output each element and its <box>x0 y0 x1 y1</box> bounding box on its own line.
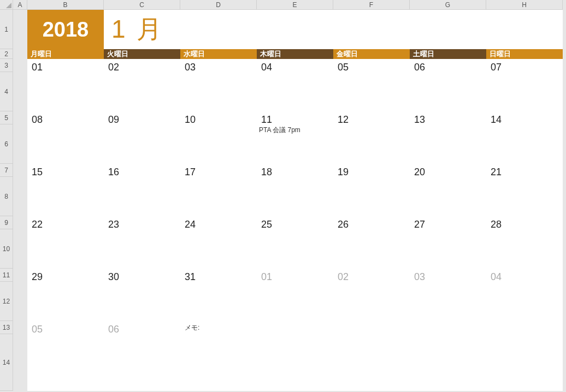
day-2-0[interactable]: 15 <box>27 164 104 177</box>
day-body-0-0[interactable] <box>27 72 104 111</box>
day-body-5-0[interactable] <box>27 334 104 391</box>
column-header-F[interactable]: F <box>333 0 410 10</box>
column-header-B[interactable]: B <box>27 0 104 10</box>
day-body-2-3[interactable] <box>257 177 333 216</box>
day-3-1[interactable]: 23 <box>104 216 180 229</box>
day-0-4[interactable]: 05 <box>333 59 410 72</box>
day-body-0-4[interactable] <box>333 72 410 111</box>
day-4-2[interactable]: 31 <box>180 269 257 282</box>
day-body-3-4[interactable] <box>333 229 410 269</box>
memo-cell[interactable]: メモ: <box>180 321 563 334</box>
day-body-0-2[interactable] <box>180 72 257 111</box>
day-4-1[interactable]: 30 <box>104 269 180 282</box>
day-0-2[interactable]: 03 <box>180 59 257 72</box>
row-header-11[interactable]: 11 <box>0 269 13 282</box>
row-header-12[interactable]: 12 <box>0 282 13 321</box>
day-0-3[interactable]: 04 <box>257 59 333 72</box>
day-3-5[interactable]: 27 <box>410 216 486 229</box>
day-body-1-2[interactable] <box>180 124 257 164</box>
day-0-0[interactable]: 01 <box>27 59 104 72</box>
weekday-header-5[interactable]: 土曜日 <box>410 49 486 59</box>
day-body-2-4[interactable] <box>333 177 410 216</box>
day-body-3-6[interactable] <box>486 229 563 269</box>
day-1-1[interactable]: 09 <box>104 111 180 124</box>
day-body-3-1[interactable] <box>104 229 180 269</box>
day-4-4[interactable]: 02 <box>333 269 410 282</box>
column-header-G[interactable]: G <box>410 0 486 10</box>
month-box[interactable]: 1 月 <box>104 10 563 49</box>
day-body-4-3[interactable] <box>257 282 333 321</box>
column-header-E[interactable]: E <box>257 0 333 10</box>
day-0-5[interactable]: 06 <box>410 59 486 72</box>
day-body-3-0[interactable] <box>27 229 104 269</box>
day-body-3-3[interactable] <box>257 229 333 269</box>
row-header-8[interactable]: 8 <box>0 177 13 216</box>
day-0-1[interactable]: 02 <box>104 59 180 72</box>
day-body-0-5[interactable] <box>410 72 486 111</box>
column-header-D[interactable]: D <box>180 0 257 10</box>
day-5-1[interactable]: 06 <box>104 321 180 334</box>
day-4-0[interactable]: 29 <box>27 269 104 282</box>
day-body-5-1[interactable] <box>104 334 180 391</box>
day-body-1-0[interactable] <box>27 124 104 164</box>
row-header-3[interactable]: 3 <box>0 59 13 72</box>
day-body-1-3[interactable]: PTA 会議 7pm <box>257 124 333 164</box>
day-body-3-5[interactable] <box>410 229 486 269</box>
row-header-9[interactable]: 9 <box>0 216 13 229</box>
row-header-13[interactable]: 13 <box>0 321 13 334</box>
day-body-4-0[interactable] <box>27 282 104 321</box>
day-body-1-4[interactable] <box>333 124 410 164</box>
day-body-0-6[interactable] <box>486 72 563 111</box>
day-5-0[interactable]: 05 <box>27 321 104 334</box>
day-body-0-1[interactable] <box>104 72 180 111</box>
day-body-4-4[interactable] <box>333 282 410 321</box>
memo-body[interactable] <box>180 334 563 391</box>
day-2-5[interactable]: 20 <box>410 164 486 177</box>
day-body-4-1[interactable] <box>104 282 180 321</box>
row-header-2[interactable]: 2 <box>0 49 13 59</box>
day-1-2[interactable]: 10 <box>180 111 257 124</box>
day-body-2-2[interactable] <box>180 177 257 216</box>
column-header-C[interactable]: C <box>104 0 180 10</box>
day-1-5[interactable]: 13 <box>410 111 486 124</box>
weekday-header-2[interactable]: 水曜日 <box>180 49 257 59</box>
weekday-header-1[interactable]: 火曜日 <box>104 49 180 59</box>
weekday-header-3[interactable]: 木曜日 <box>257 49 333 59</box>
column-header-H[interactable]: H <box>486 0 563 10</box>
day-2-2[interactable]: 17 <box>180 164 257 177</box>
row-header-10[interactable]: 10 <box>0 229 13 269</box>
day-1-0[interactable]: 08 <box>27 111 104 124</box>
sheet-canvas[interactable]: 20181 月月曜日火曜日水曜日木曜日金曜日土曜日日曜日010203040506… <box>13 10 566 392</box>
day-body-4-2[interactable] <box>180 282 257 321</box>
day-0-6[interactable]: 07 <box>486 59 563 72</box>
day-body-2-0[interactable] <box>27 177 104 216</box>
row-header-6[interactable]: 6 <box>0 124 13 164</box>
day-3-4[interactable]: 26 <box>333 216 410 229</box>
year-box[interactable]: 2018 <box>27 10 104 49</box>
weekday-header-6[interactable]: 日曜日 <box>486 49 563 59</box>
row-header-4[interactable]: 4 <box>0 72 13 111</box>
day-body-2-1[interactable] <box>104 177 180 216</box>
day-body-2-5[interactable] <box>410 177 486 216</box>
column-header-A[interactable]: A <box>13 0 27 10</box>
day-body-0-3[interactable] <box>257 72 333 111</box>
day-4-5[interactable]: 03 <box>410 269 486 282</box>
row-header-1[interactable]: 1 <box>0 10 13 49</box>
day-body-4-6[interactable] <box>486 282 563 321</box>
day-4-6[interactable]: 04 <box>486 269 563 282</box>
weekday-header-0[interactable]: 月曜日 <box>27 49 104 59</box>
day-body-4-5[interactable] <box>410 282 486 321</box>
day-2-6[interactable]: 21 <box>486 164 563 177</box>
day-body-1-6[interactable] <box>486 124 563 164</box>
day-body-1-5[interactable] <box>410 124 486 164</box>
day-body-2-6[interactable] <box>486 177 563 216</box>
day-1-4[interactable]: 12 <box>333 111 410 124</box>
row-header-7[interactable]: 7 <box>0 164 13 177</box>
day-1-6[interactable]: 14 <box>486 111 563 124</box>
day-4-3[interactable]: 01 <box>257 269 333 282</box>
day-3-3[interactable]: 25 <box>257 216 333 229</box>
day-3-6[interactable]: 28 <box>486 216 563 229</box>
day-2-3[interactable]: 18 <box>257 164 333 177</box>
day-3-0[interactable]: 22 <box>27 216 104 229</box>
day-2-1[interactable]: 16 <box>104 164 180 177</box>
